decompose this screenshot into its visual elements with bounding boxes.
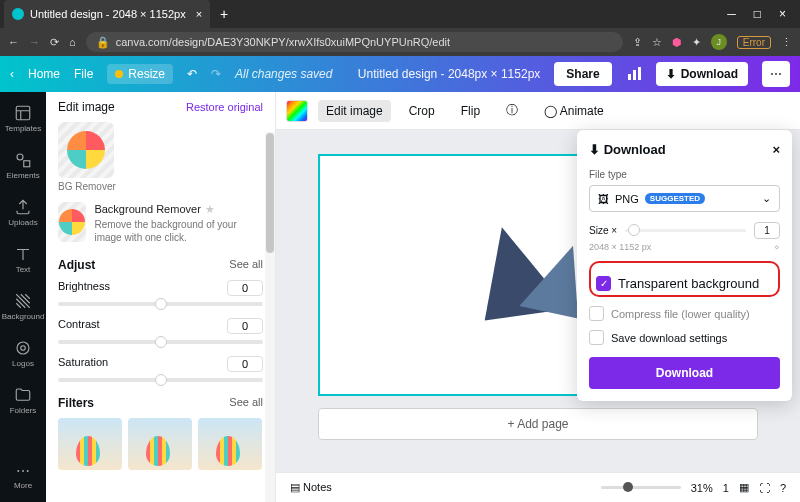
filter-thumb[interactable] xyxy=(128,418,192,470)
error-badge[interactable]: Error xyxy=(737,36,771,49)
url-field[interactable]: 🔒 canva.com/design/DAE3Y30NKPY/xrwXIfs0x… xyxy=(86,32,623,52)
saturation-slider[interactable] xyxy=(58,378,263,382)
panel-title: Edit image xyxy=(58,100,115,114)
chevron-down-icon: ⌄ xyxy=(762,192,771,205)
rail-templates[interactable]: Templates xyxy=(0,100,46,137)
file-button[interactable]: File xyxy=(74,67,93,81)
browser-addressbar: ← → ⟳ ⌂ 🔒 canva.com/design/DAE3Y30NKPY/x… xyxy=(0,28,800,56)
bg-remover-desc: Remove the background of your image with… xyxy=(94,219,236,243)
svg-rect-3 xyxy=(638,67,641,80)
restore-original-link[interactable]: Restore original xyxy=(186,101,263,113)
rail-more[interactable]: ⋯More xyxy=(0,459,46,494)
canva-favicon-icon xyxy=(12,8,24,20)
share-icon[interactable]: ⇪ xyxy=(633,36,642,49)
back-icon[interactable]: ← xyxy=(8,36,19,48)
download-button[interactable]: ⬇Download xyxy=(656,62,748,86)
bookmark-icon[interactable]: ☆ xyxy=(652,36,662,49)
insights-icon[interactable] xyxy=(626,66,642,82)
reload-icon[interactable]: ⟳ xyxy=(50,36,59,49)
brightness-slider[interactable] xyxy=(58,302,263,306)
app-topbar: ‹ Home File Resize ↶ ↷ All changes saved… xyxy=(0,56,800,92)
forward-icon[interactable]: → xyxy=(29,36,40,48)
resize-button[interactable]: Resize xyxy=(107,64,173,84)
color-picker[interactable] xyxy=(286,100,308,122)
zoom-value[interactable]: 31% xyxy=(691,482,713,494)
size-label: Size × xyxy=(589,225,617,236)
filters-seeall[interactable]: See all xyxy=(229,396,263,410)
crop-tool[interactable]: Crop xyxy=(401,100,443,122)
url-text: canva.com/design/DAE3Y30NKPY/xrwXIfs0xui… xyxy=(116,36,450,48)
rail-logos[interactable]: Logos xyxy=(0,335,46,372)
close-window-icon[interactable]: × xyxy=(779,7,786,21)
share-button[interactable]: Share xyxy=(554,62,611,86)
shield-icon[interactable]: ⬢ xyxy=(672,36,682,49)
rail-folders[interactable]: Folders xyxy=(0,382,46,419)
home-icon[interactable]: ⌂ xyxy=(69,36,76,48)
design-title[interactable]: Untitled design - 2048px × 1152px xyxy=(358,67,540,81)
contrast-value[interactable]: 0 xyxy=(227,318,263,334)
info-icon[interactable]: ⓘ xyxy=(498,98,526,123)
minimize-icon[interactable]: ─ xyxy=(727,7,736,21)
bg-remover-card[interactable]: Background Remover★ Remove the backgroun… xyxy=(58,202,263,244)
adjust-seeall[interactable]: See all xyxy=(229,258,263,272)
size-value[interactable]: 1 xyxy=(754,222,780,239)
page-indicator[interactable]: 1 xyxy=(723,482,729,494)
browser-tab[interactable]: Untitled design - 2048 × 1152px × xyxy=(4,0,210,28)
download-panel-title: Download xyxy=(604,142,666,157)
saturation-value[interactable]: 0 xyxy=(227,356,263,372)
compress-checkbox[interactable]: Compress file (lower quality) xyxy=(589,306,780,321)
svg-rect-2 xyxy=(633,70,636,80)
beachball-icon xyxy=(67,131,105,169)
download-confirm-button[interactable]: Download xyxy=(589,357,780,389)
bg-remover-label: BG Remover xyxy=(58,181,116,192)
checkbox-icon xyxy=(589,330,604,345)
rail-elements[interactable]: Elements xyxy=(0,147,46,184)
add-page-button[interactable]: + Add page xyxy=(318,408,758,440)
transparent-bg-checkbox[interactable]: ✓ Transparent background xyxy=(596,276,773,291)
lock-aspect-icon[interactable]: ⋄ xyxy=(774,242,780,252)
tab-title: Untitled design - 2048 × 1152px xyxy=(30,8,186,20)
contrast-slider[interactable] xyxy=(58,340,263,344)
close-panel-icon[interactable]: × xyxy=(772,142,780,157)
home-button[interactable]: Home xyxy=(28,67,60,81)
window-titlebar: Untitled design - 2048 × 1152px × + ─ □ … xyxy=(0,0,800,28)
svg-point-5 xyxy=(17,154,23,160)
new-tab-icon[interactable]: + xyxy=(220,6,228,22)
adjust-title: Adjust xyxy=(58,258,95,272)
svg-point-8 xyxy=(21,346,26,351)
flip-tool[interactable]: Flip xyxy=(453,100,488,122)
help-icon[interactable]: ? xyxy=(780,482,786,494)
fullscreen-icon[interactable]: ⛶ xyxy=(759,482,770,494)
left-rail: Templates Elements Uploads Text Backgrou… xyxy=(0,92,46,502)
zoom-slider[interactable] xyxy=(601,486,681,489)
filter-thumb[interactable] xyxy=(198,418,262,470)
grid-view-icon[interactable]: ▦ xyxy=(739,481,749,494)
bg-remover-tile[interactable]: BG Remover xyxy=(58,122,263,192)
rail-text[interactable]: Text xyxy=(0,241,46,278)
profile-avatar[interactable]: J xyxy=(711,34,727,50)
menu-icon[interactable]: ⋮ xyxy=(781,36,792,49)
edit-image-panel: Edit image Restore original BG Remover B… xyxy=(46,92,276,502)
redo-icon[interactable]: ↷ xyxy=(211,67,221,81)
save-settings-checkbox[interactable]: Save download settings xyxy=(589,330,780,345)
back-arrow-icon[interactable]: ‹ xyxy=(10,67,14,81)
more-button[interactable]: ⋯ xyxy=(762,61,790,87)
download-icon: ⬇ xyxy=(589,142,600,157)
rail-uploads[interactable]: Uploads xyxy=(0,194,46,231)
animate-tool[interactable]: ◯ Animate xyxy=(536,100,612,122)
close-tab-icon[interactable]: × xyxy=(196,8,202,20)
download-panel: ⬇ Download × File type 🖼 PNG SUGGESTED ⌄… xyxy=(577,130,792,401)
notes-button[interactable]: ▤ Notes xyxy=(290,481,332,494)
undo-icon[interactable]: ↶ xyxy=(187,67,197,81)
size-slider[interactable] xyxy=(625,229,746,232)
edit-image-tool[interactable]: Edit image xyxy=(318,100,391,122)
extensions-icon[interactable]: ✦ xyxy=(692,36,701,49)
filter-thumb[interactable] xyxy=(58,418,122,470)
save-status: All changes saved xyxy=(235,67,332,81)
filetype-select[interactable]: 🖼 PNG SUGGESTED ⌄ xyxy=(589,185,780,212)
maximize-icon[interactable]: □ xyxy=(754,7,761,21)
panel-scrollbar[interactable] xyxy=(265,132,275,502)
adjust-contrast: Contrast0 xyxy=(58,318,263,344)
brightness-value[interactable]: 0 xyxy=(227,280,263,296)
rail-background[interactable]: Background xyxy=(0,288,46,325)
